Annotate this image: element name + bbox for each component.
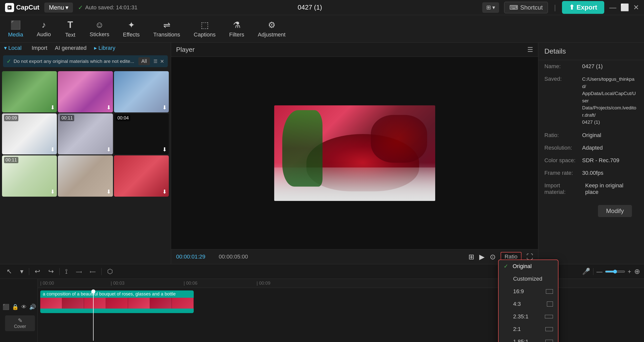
media-item[interactable]: ⬇	[114, 155, 169, 197]
download-icon[interactable]: ⬇	[106, 104, 111, 111]
menu-button[interactable]: Menu ▾	[44, 3, 73, 13]
ratio-dropdown: ✓ Original Customized 16:9 4:3	[498, 260, 558, 342]
snapshot-button[interactable]: ⊙	[490, 253, 496, 261]
ratio-option-235-1[interactable]: 2.35:1	[499, 310, 558, 323]
keyframe-button[interactable]: ⬡	[105, 266, 115, 277]
filter-button[interactable]: All	[138, 57, 150, 65]
play-button[interactable]: ▶	[479, 253, 485, 261]
ratio-icon-med	[547, 302, 553, 307]
trim-right-button[interactable]: ⟝	[87, 266, 98, 277]
ratio-option-4-3[interactable]: 4:3	[499, 298, 558, 310]
layout-button[interactable]: ⊞ ▾	[482, 2, 499, 13]
download-icon[interactable]: ⬇	[106, 146, 111, 153]
detail-label: Name:	[544, 63, 580, 70]
video-track-icon: ⬛	[3, 304, 9, 310]
media-item[interactable]: ⬇	[114, 71, 169, 112]
topbar-right: ⊞ ▾ ⌨ Shortcut | ⬆ Export — ⬜ ✕	[482, 1, 639, 14]
info-close-button[interactable]: ✕	[160, 58, 164, 64]
toolbar-item-transitions[interactable]: ⇌ Transitions	[148, 17, 186, 40]
ratio-option-customized[interactable]: Customized	[499, 273, 558, 285]
clip-thumb	[172, 298, 194, 309]
ruler-mark: | 00:03	[111, 281, 125, 286]
adjustment-icon: ⚙	[268, 20, 275, 30]
minimize-button[interactable]: —	[609, 4, 616, 12]
maximize-button[interactable]: ⬜	[620, 3, 629, 12]
media-item[interactable]: 00:04 ⬇	[114, 113, 169, 155]
download-icon[interactable]: ⬇	[162, 146, 167, 153]
left-panel: ▾ Local Import AI generated ▸ Library ✓ …	[0, 43, 171, 264]
player-area	[171, 57, 538, 249]
toolbar-item-label: Transitions	[153, 31, 180, 38]
media-item[interactable]: 00:09 ⬇	[2, 113, 57, 155]
download-icon[interactable]: ⬇	[162, 189, 167, 195]
toolbar-item-text[interactable]: T Text	[59, 17, 82, 41]
ratio-option-185-1[interactable]: 1.85:1	[499, 335, 558, 342]
close-button[interactable]: ✕	[633, 3, 639, 12]
layout-icon: ⊞	[486, 4, 491, 11]
playhead[interactable]	[93, 290, 94, 341]
toolbar-item-label: Effects	[123, 31, 140, 38]
zoom-slider[interactable]	[605, 270, 625, 274]
download-icon[interactable]: ⬇	[162, 104, 167, 111]
clip-thumb	[40, 298, 62, 309]
local-nav-item[interactable]: ▾ Local	[4, 45, 22, 51]
main-layout: ▾ Local Import AI generated ▸ Library ✓ …	[0, 43, 644, 264]
add-track-button[interactable]: ⊕	[634, 267, 640, 276]
ratio-option-2-1[interactable]: 2:1	[499, 323, 558, 335]
redo-button[interactable]: ↪	[46, 266, 56, 277]
ratio-option-original[interactable]: ✓ Original	[499, 260, 558, 273]
media-item[interactable]: ⬇	[58, 71, 113, 112]
eye-icon[interactable]: 👁	[21, 304, 27, 310]
download-icon[interactable]: ⬇	[50, 104, 55, 111]
detail-label: Frame rate:	[544, 170, 580, 176]
download-icon[interactable]: ⬇	[50, 146, 55, 153]
toolbar-item-media[interactable]: ⬛ Media	[3, 17, 29, 40]
tool-chevron-button[interactable]: ▾	[18, 266, 26, 277]
toolbar-item-audio[interactable]: ♪ Audio	[31, 17, 56, 40]
zoom-out-icon[interactable]: —	[596, 268, 602, 275]
track-controls: ⬛ 🔒 👁 🔊	[3, 304, 35, 310]
ai-generated-nav-item[interactable]: AI generated	[55, 45, 87, 51]
lock-icon[interactable]: 🔒	[12, 304, 19, 310]
media-item[interactable]: 00:11 ⬇	[58, 113, 113, 155]
media-item[interactable]: ⬇	[58, 155, 113, 197]
video-clip[interactable]: a composition of a beautiful bouquet of …	[40, 290, 194, 313]
zoom-control: — +	[596, 268, 631, 275]
media-item[interactable]: 00:11 ⬇	[2, 155, 57, 197]
microphone-button[interactable]: 🎤	[582, 268, 590, 275]
ratio-option-16-9[interactable]: 16:9	[499, 285, 558, 298]
detail-value: C:/Users/topgus_thinkpad/AppData/Local/C…	[582, 76, 638, 126]
import-nav-item[interactable]: Import	[32, 45, 47, 51]
cover-block[interactable]: ✎ Cover	[5, 315, 35, 331]
check-icon: ✓	[504, 263, 508, 270]
toolbar-item-filters[interactable]: ⚗ Filters	[224, 17, 250, 40]
export-button[interactable]: ⬆ Export	[562, 1, 604, 14]
grid-view-button[interactable]: ⊞	[468, 253, 474, 261]
toolbar-item-effects[interactable]: ✦ Effects	[117, 17, 145, 40]
volume-icon[interactable]: 🔊	[29, 304, 36, 310]
effects-icon: ✦	[128, 20, 135, 30]
player-menu-icon[interactable]: ☰	[527, 46, 533, 54]
local-header: ▾ Local Import AI generated ▸ Library	[0, 43, 171, 53]
split-button[interactable]: ⟟	[63, 266, 70, 277]
library-nav-item[interactable]: ▸ Library	[94, 45, 115, 51]
modify-button[interactable]: Modify	[598, 205, 632, 217]
trim-left-button[interactable]: ⟞	[73, 266, 84, 277]
detail-row-ratio: Ratio: Original	[538, 129, 644, 142]
undo-button[interactable]: ↩	[32, 266, 43, 277]
toolbar-item-stickers[interactable]: ☺ Stickers	[84, 17, 115, 40]
zoom-in-icon[interactable]: +	[628, 268, 631, 275]
shortcut-button[interactable]: ⌨ Shortcut	[504, 2, 548, 13]
toolbar-item-label: Audio	[37, 31, 51, 38]
decor	[371, 115, 427, 163]
toolbar-item-adjustment[interactable]: ⚙ Adjustment	[252, 17, 291, 40]
center-panel: Player ☰ 00:00:01:29 00:00:05:00 ⊞ ▶ ⊙ R…	[171, 43, 538, 264]
ratio-icon-185-1	[545, 340, 553, 342]
download-icon[interactable]: ⬇	[106, 189, 111, 195]
toolbar-item-label: Text	[65, 32, 75, 38]
toolbar-item-captions[interactable]: ⬚ Captions	[188, 17, 221, 40]
select-tool-button[interactable]: ↖	[4, 266, 15, 277]
download-icon[interactable]: ⬇	[50, 189, 55, 195]
media-item[interactable]: ⬇	[2, 71, 57, 112]
time-total: 00:00:05:00	[219, 253, 248, 260]
